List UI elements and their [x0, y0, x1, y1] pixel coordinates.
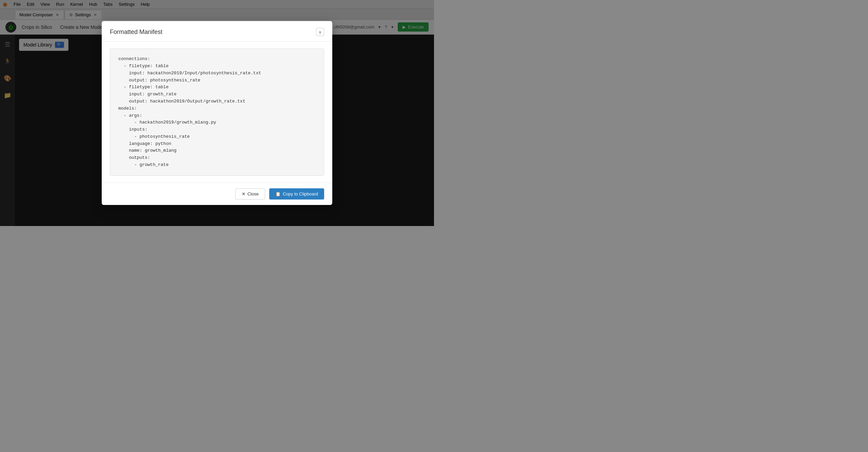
manifest-code-block: connections: - filetype: table input: ha…: [110, 49, 324, 176]
modal-header: Formatted Manifest x: [102, 21, 332, 42]
modal-overlay: Formatted Manifest x connections: - file…: [0, 0, 434, 226]
formatted-manifest-modal: Formatted Manifest x connections: - file…: [102, 21, 332, 205]
modal-close-x-button[interactable]: x: [316, 28, 324, 36]
modal-close-x-icon: x: [319, 30, 321, 35]
copy-icon: 📋: [275, 191, 281, 196]
modal-title: Formatted Manifest: [110, 29, 162, 36]
close-button-icon: ✕: [242, 191, 245, 196]
modal-body: connections: - filetype: table input: ha…: [102, 42, 332, 183]
copy-label: Copy to Clipboard: [283, 191, 318, 196]
close-button-label: Close: [248, 191, 259, 196]
close-button[interactable]: ✕ Close: [235, 188, 265, 200]
modal-footer: ✕ Close 📋 Copy to Clipboard: [102, 183, 332, 205]
copy-to-clipboard-button[interactable]: 📋 Copy to Clipboard: [269, 188, 324, 200]
